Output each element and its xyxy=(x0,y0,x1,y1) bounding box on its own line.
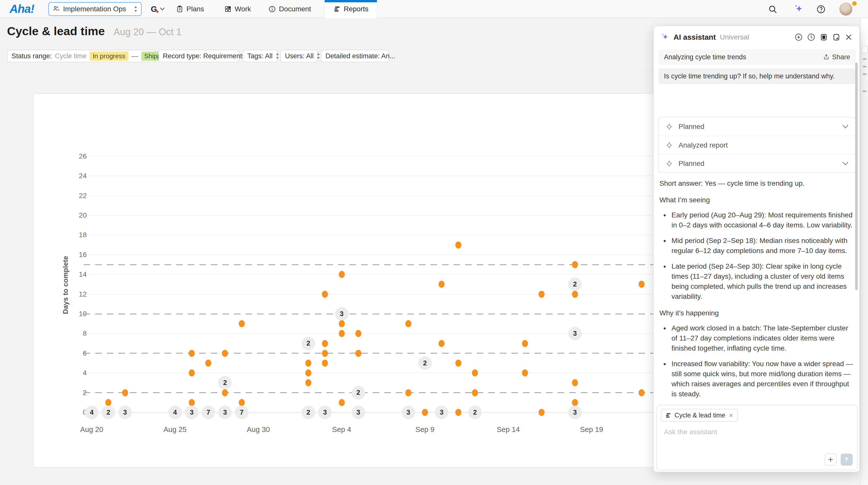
nav-item-work[interactable]: Work xyxy=(224,0,251,18)
data-point[interactable] xyxy=(405,320,411,327)
point-cluster[interactable]: 3 xyxy=(218,405,232,419)
data-point[interactable] xyxy=(522,369,528,376)
data-point[interactable] xyxy=(189,369,195,376)
data-point[interactable] xyxy=(322,360,328,367)
point-cluster[interactable]: 4 xyxy=(168,405,182,419)
filter-detailed-estimate[interactable]: Detailed estimate: An... xyxy=(321,50,389,62)
close-small-icon[interactable] xyxy=(728,413,734,418)
data-point[interactable] xyxy=(239,320,245,327)
workspace-selector[interactable]: Implementation Ops xyxy=(48,2,142,16)
point-cluster[interactable]: 2 xyxy=(418,356,432,370)
data-point[interactable] xyxy=(572,379,578,386)
aha-logo[interactable]: Aha! xyxy=(9,0,34,18)
data-point[interactable] xyxy=(189,350,195,357)
point-cluster[interactable]: 3 xyxy=(335,307,348,321)
data-point[interactable] xyxy=(522,340,528,347)
filter-status-range[interactable]: Status range: Cycle time In progress — S… xyxy=(7,50,156,62)
point-cluster[interactable]: 2 xyxy=(302,405,315,419)
close-icon[interactable] xyxy=(845,33,853,41)
panel-scrollbar[interactable] xyxy=(855,63,858,290)
data-point[interactable] xyxy=(322,350,328,357)
point-cluster[interactable]: 2 xyxy=(101,405,115,419)
data-point[interactable] xyxy=(438,340,444,347)
help-icon[interactable] xyxy=(816,4,826,15)
search-icon[interactable] xyxy=(768,4,778,15)
point-cluster[interactable]: 3 xyxy=(435,405,448,419)
point-cluster[interactable]: 7 xyxy=(235,405,249,419)
nav-item-plans[interactable]: Plans xyxy=(176,0,204,18)
new-chat-plus-circle-icon[interactable] xyxy=(794,33,803,41)
filter-tags[interactable]: Tags: All xyxy=(243,50,278,62)
panel-dock-icon[interactable] xyxy=(832,33,841,41)
panel-filled-icon[interactable] xyxy=(819,33,828,41)
attach-plus-button[interactable] xyxy=(825,454,837,466)
point-cluster[interactable]: 2 xyxy=(218,376,232,390)
point-cluster[interactable]: 2 xyxy=(568,277,582,291)
top-nav: Aha! Implementation Ops G Plans Work xyxy=(0,0,868,18)
data-point[interactable] xyxy=(222,389,228,396)
send-button[interactable] xyxy=(841,454,853,466)
data-point[interactable] xyxy=(572,399,578,406)
filter-record-type[interactable]: Record type: Requirements xyxy=(158,50,239,62)
share-button[interactable]: Share xyxy=(823,53,850,61)
step-row-planned-2[interactable]: Planned xyxy=(659,154,855,172)
nav-item-document[interactable]: Document xyxy=(269,0,311,18)
data-point[interactable] xyxy=(639,389,645,396)
point-cluster[interactable]: 4 xyxy=(85,405,98,419)
point-cluster[interactable]: 3 xyxy=(568,327,582,340)
data-point[interactable] xyxy=(472,389,478,396)
data-point[interactable] xyxy=(339,320,345,327)
context-chip[interactable]: Cycle & lead time xyxy=(661,409,738,422)
point-cluster[interactable]: 2 xyxy=(302,337,315,350)
ask-assistant-input[interactable] xyxy=(660,424,854,452)
point-cluster[interactable]: 3 xyxy=(318,405,332,419)
point-cluster[interactable]: 3 xyxy=(351,405,365,419)
data-point[interactable] xyxy=(239,399,245,406)
avatar[interactable] xyxy=(839,2,852,16)
history-clock-icon[interactable] xyxy=(807,33,815,41)
collapsed-sidebar-button[interactable] xyxy=(862,46,868,53)
data-point[interactable] xyxy=(538,409,545,416)
data-point[interactable] xyxy=(455,409,461,416)
data-point[interactable] xyxy=(572,261,578,268)
status-chip-in-progress[interactable]: In progress xyxy=(90,52,128,61)
data-point[interactable] xyxy=(438,281,444,288)
data-point[interactable] xyxy=(122,389,128,396)
data-point[interactable] xyxy=(222,350,228,357)
data-point[interactable] xyxy=(355,330,361,337)
data-point[interactable] xyxy=(305,379,311,386)
step-row-planned-1[interactable]: Planned xyxy=(659,117,855,136)
filter-users[interactable]: Users: All xyxy=(280,50,318,62)
step-row-analyzed-report[interactable]: Analyzed report xyxy=(659,136,855,154)
data-point[interactable] xyxy=(322,291,328,298)
data-point[interactable] xyxy=(339,271,345,278)
data-point[interactable] xyxy=(572,291,578,298)
product-switcher[interactable]: G xyxy=(151,0,165,18)
point-cluster[interactable]: 3 xyxy=(118,405,132,419)
data-point[interactable] xyxy=(405,389,411,396)
data-point[interactable] xyxy=(322,340,328,347)
data-point[interactable] xyxy=(339,399,345,406)
data-point[interactable] xyxy=(639,281,645,288)
point-cluster[interactable]: 7 xyxy=(202,405,215,419)
data-point[interactable] xyxy=(538,291,545,298)
point-cluster[interactable]: 3 xyxy=(402,405,415,419)
point-cluster[interactable]: 2 xyxy=(468,405,482,419)
data-point[interactable] xyxy=(105,399,111,406)
data-point[interactable] xyxy=(189,399,195,406)
data-point[interactable] xyxy=(455,242,461,248)
data-point[interactable] xyxy=(305,369,311,376)
tab-reports-active[interactable]: Reports xyxy=(324,0,377,18)
point-cluster[interactable]: 3 xyxy=(568,405,582,419)
data-point[interactable] xyxy=(355,350,361,357)
data-point[interactable] xyxy=(472,369,478,376)
data-point[interactable] xyxy=(339,330,345,337)
ai-sparkle-icon[interactable] xyxy=(793,3,804,16)
point-cluster[interactable]: 2 xyxy=(351,386,365,399)
data-point[interactable] xyxy=(305,360,311,367)
page-title: Cycle & lead time xyxy=(7,24,105,38)
point-cluster[interactable]: 3 xyxy=(185,405,198,419)
data-point[interactable] xyxy=(422,409,428,416)
data-point[interactable] xyxy=(205,360,211,367)
data-point[interactable] xyxy=(455,360,461,367)
